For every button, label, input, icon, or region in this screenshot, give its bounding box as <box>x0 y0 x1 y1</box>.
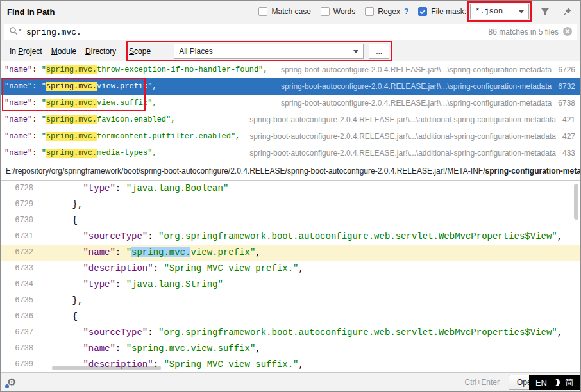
code-text: "sourceType": "org.springframework.boot.… <box>51 229 562 245</box>
result-row[interactable]: "name": "spring.mvc.formcontent.putfilte… <box>1 128 580 145</box>
scope-in-project[interactable]: In Project <box>10 47 42 56</box>
code-text: "name": "spring.mvc.view.prefix", <box>51 245 261 261</box>
file-mask-label[interactable]: File mask: <box>431 7 466 16</box>
ime-moon-icon <box>552 379 560 386</box>
file-mask-checkbox[interactable] <box>418 7 427 16</box>
pin-icon[interactable] <box>561 5 574 18</box>
search-options: Match case Words Regex ? File mask: *.js… <box>258 4 574 19</box>
find-in-path-dialog: Find in Path Match case Words Regex ? Fi… <box>0 0 581 392</box>
match-case-label: Match case <box>271 7 310 16</box>
code-text: { <box>51 309 78 325</box>
line-number: 6738 <box>1 341 40 357</box>
line-number: 6734 <box>1 277 40 293</box>
result-row[interactable]: "name": "spring.mvc.throw-exception-if-n… <box>1 61 580 78</box>
editor-vertical-scrollbar[interactable] <box>574 184 578 220</box>
result-match-text: "name": "spring.mvc.view.suffix", <box>4 99 157 108</box>
result-row[interactable]: "name": "spring.mvc.view.prefix",spring-… <box>1 78 580 95</box>
editor-line: 6728 "type": "java.lang.Boolean" <box>1 181 580 197</box>
result-row[interactable]: "name": "spring.mvc.view.suffix",spring-… <box>1 95 580 111</box>
line-number: 6737 <box>1 325 40 341</box>
settings-gear-icon[interactable]: ⚙ <box>7 377 16 388</box>
clear-search-icon[interactable] <box>563 27 572 38</box>
line-number: 6733 <box>1 261 40 277</box>
result-location: spring-boot-autoconfigure-2.0.4.RELEASE.… <box>281 82 575 91</box>
regex-help-link[interactable]: ? <box>404 7 408 16</box>
code-text: { <box>51 213 78 229</box>
regex-option[interactable]: Regex ? <box>365 7 408 16</box>
search-icon[interactable] <box>9 26 22 38</box>
result-line-number: 6732 <box>558 82 575 91</box>
scope-directory[interactable]: Directory <box>85 47 116 56</box>
line-number: 6730 <box>1 213 40 229</box>
words-label: Words <box>333 7 355 16</box>
code-text: "name": "spring.mvc.view.suffix", <box>51 341 261 357</box>
result-row[interactable]: "name": "spring.mvc.media-types",spring-… <box>1 145 580 161</box>
line-number: 6731 <box>1 229 40 245</box>
result-row[interactable]: "name": "spring.mvc.favicon.enabled",spr… <box>1 111 580 128</box>
file-path-normal: E:/repository/org/springframework/boot/s… <box>6 167 485 176</box>
file-mask-select[interactable]: *.json <box>470 4 529 19</box>
regex-checkbox[interactable] <box>365 7 374 16</box>
editor-line: 6734 "type": "java.lang.String" <box>1 277 580 293</box>
result-line-number: 6726 <box>558 65 575 74</box>
result-line-number: 421 <box>562 115 575 124</box>
result-line-number: 427 <box>562 132 575 141</box>
words-checkbox[interactable] <box>321 7 330 16</box>
editor-line: 6731 "sourceType": "org.springframework.… <box>1 229 580 245</box>
result-match-text: "name": "spring.mvc.throw-exception-if-n… <box>4 65 268 74</box>
editor-line: 6733 "description": "Spring MVC view pre… <box>1 261 580 277</box>
code-text: "type": "java.lang.Boolean" <box>51 181 228 197</box>
editor-horizontal-scrollbar[interactable] <box>52 366 161 370</box>
result-match-text: "name": "spring.mvc.formcontent.putfilte… <box>4 132 240 141</box>
result-match-text: "name": "spring.mvc.media-types", <box>4 149 157 158</box>
file-mask-option: File mask: *.json <box>418 4 529 19</box>
page-title: Find in Path <box>7 7 55 17</box>
result-file-path: spring-boot-autoconfigure-2.0.4.RELEASE.… <box>249 115 556 124</box>
result-file-path: spring-boot-autoconfigure-2.0.4.RELEASE.… <box>249 132 556 141</box>
ime-cn-label: 简 <box>565 377 573 388</box>
result-file-path: spring-boot-autoconfigure-2.0.4.RELEASE.… <box>281 99 552 108</box>
match-case-option[interactable]: Match case <box>258 7 310 16</box>
result-location: spring-boot-autoconfigure-2.0.4.RELEASE.… <box>281 65 575 74</box>
result-line-number: 6738 <box>558 99 575 108</box>
match-count: 86 matches in 5 files <box>489 28 559 37</box>
dialog-footer: ⚙ Ctrl+Enter Open in Fin <box>1 372 580 391</box>
search-query: spring.mvc. <box>26 28 81 37</box>
code-text: }, <box>51 293 83 309</box>
scope-scope[interactable]: Scope <box>129 47 151 56</box>
results-list: "name": "spring.mvc.throw-exception-if-n… <box>1 61 580 161</box>
code-text: "type": "java.lang.String" <box>51 277 223 293</box>
line-number: 6732 <box>1 245 40 261</box>
editor-line: 6729 }, <box>1 197 580 213</box>
filter-icon[interactable] <box>539 5 552 18</box>
editor-line: 6738 "name": "spring.mvc.view.suffix", <box>1 341 580 357</box>
regex-label: Regex <box>378 7 400 16</box>
result-match-text: "name": "spring.mvc.favicon.enabled", <box>4 115 175 124</box>
match-case-checkbox[interactable] <box>258 7 267 16</box>
editor-line: 6737 "sourceType": "org.springframework.… <box>1 325 580 341</box>
dialog-header: Find in Path Match case Words Regex ? Fi… <box>1 1 580 22</box>
file-mask-annotation-box: *.json <box>470 4 529 19</box>
open-shortcut-hint: Ctrl+Enter <box>465 378 500 387</box>
scope-bar: In Project Module Directory Scope All Pl… <box>1 41 580 61</box>
scope-select[interactable]: All Places <box>174 44 364 59</box>
notification-dot <box>5 384 9 388</box>
scope-browse-button[interactable]: ... <box>369 44 389 59</box>
editor-lines: 6728 "type": "java.lang.Boolean"6729 },6… <box>1 181 580 372</box>
editor[interactable]: 6728 "type": "java.lang.Boolean"6729 },6… <box>1 181 580 372</box>
words-option[interactable]: Words <box>321 7 355 16</box>
chevron-down-icon <box>519 10 524 13</box>
scope-module[interactable]: Module <box>51 47 76 56</box>
line-number: 6728 <box>1 181 40 197</box>
code-text: "sourceType": "org.springframework.boot.… <box>51 325 562 341</box>
editor-line: 6736 { <box>1 309 580 325</box>
result-match-text: "name": "spring.mvc.view.prefix", <box>4 82 157 91</box>
line-number: 6735 <box>1 293 40 309</box>
search-input[interactable]: spring.mvc. 86 matches in 5 files <box>4 24 577 40</box>
ime-en-label: EN <box>535 378 547 388</box>
code-text: "description": "Spring MVC view prefix."… <box>51 261 304 277</box>
code-text: }, <box>51 197 83 213</box>
ime-indicator[interactable]: EN 简 <box>529 375 580 390</box>
chevron-down-icon <box>353 50 358 53</box>
result-file-path: spring-boot-autoconfigure-2.0.4.RELEASE.… <box>281 65 552 74</box>
